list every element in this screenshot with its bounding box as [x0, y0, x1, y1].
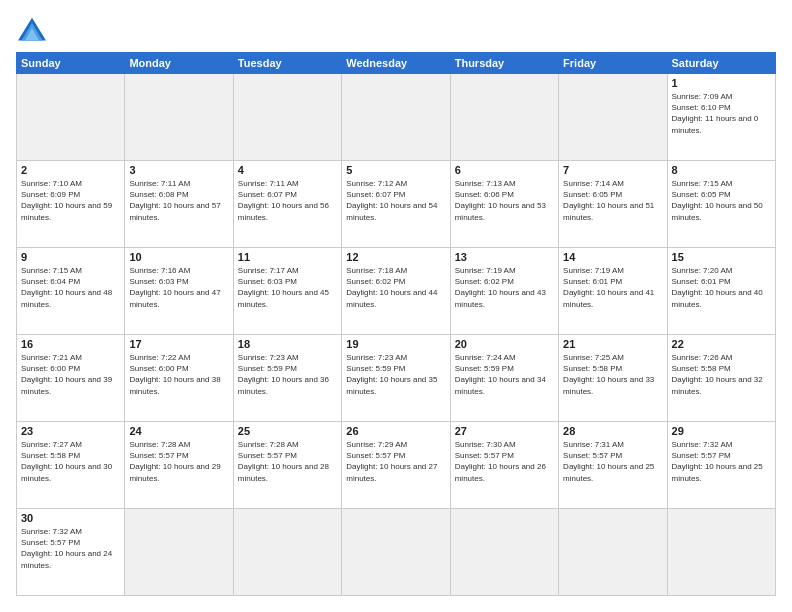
day-number: 29 [672, 425, 771, 437]
calendar-cell: 29Sunrise: 7:32 AMSunset: 5:57 PMDayligh… [667, 422, 775, 509]
week-row-1: 2Sunrise: 7:10 AMSunset: 6:09 PMDaylight… [17, 161, 776, 248]
calendar-cell [559, 74, 667, 161]
day-info: Sunrise: 7:32 AMSunset: 5:57 PMDaylight:… [21, 526, 120, 571]
day-info: Sunrise: 7:12 AMSunset: 6:07 PMDaylight:… [346, 178, 445, 223]
calendar-cell: 25Sunrise: 7:28 AMSunset: 5:57 PMDayligh… [233, 422, 341, 509]
calendar-cell [450, 509, 558, 596]
day-number: 30 [21, 512, 120, 524]
day-info: Sunrise: 7:11 AMSunset: 6:08 PMDaylight:… [129, 178, 228, 223]
day-number: 9 [21, 251, 120, 263]
day-info: Sunrise: 7:25 AMSunset: 5:58 PMDaylight:… [563, 352, 662, 397]
day-info: Sunrise: 7:11 AMSunset: 6:07 PMDaylight:… [238, 178, 337, 223]
weekday-header-row: SundayMondayTuesdayWednesdayThursdayFrid… [17, 53, 776, 74]
calendar: SundayMondayTuesdayWednesdayThursdayFrid… [16, 52, 776, 596]
day-number: 12 [346, 251, 445, 263]
calendar-cell [667, 509, 775, 596]
day-number: 28 [563, 425, 662, 437]
day-number: 18 [238, 338, 337, 350]
day-number: 23 [21, 425, 120, 437]
weekday-header-thursday: Thursday [450, 53, 558, 74]
day-info: Sunrise: 7:13 AMSunset: 6:06 PMDaylight:… [455, 178, 554, 223]
calendar-cell: 20Sunrise: 7:24 AMSunset: 5:59 PMDayligh… [450, 335, 558, 422]
calendar-cell [233, 509, 341, 596]
day-number: 16 [21, 338, 120, 350]
calendar-cell: 17Sunrise: 7:22 AMSunset: 6:00 PMDayligh… [125, 335, 233, 422]
calendar-cell: 15Sunrise: 7:20 AMSunset: 6:01 PMDayligh… [667, 248, 775, 335]
day-info: Sunrise: 7:09 AMSunset: 6:10 PMDaylight:… [672, 91, 771, 136]
logo-icon [16, 16, 48, 44]
calendar-cell: 28Sunrise: 7:31 AMSunset: 5:57 PMDayligh… [559, 422, 667, 509]
logo [16, 16, 52, 44]
page: SundayMondayTuesdayWednesdayThursdayFrid… [0, 0, 792, 612]
day-number: 26 [346, 425, 445, 437]
day-info: Sunrise: 7:28 AMSunset: 5:57 PMDaylight:… [238, 439, 337, 484]
day-number: 19 [346, 338, 445, 350]
calendar-cell: 8Sunrise: 7:15 AMSunset: 6:05 PMDaylight… [667, 161, 775, 248]
day-info: Sunrise: 7:26 AMSunset: 5:58 PMDaylight:… [672, 352, 771, 397]
day-info: Sunrise: 7:20 AMSunset: 6:01 PMDaylight:… [672, 265, 771, 310]
calendar-cell: 3Sunrise: 7:11 AMSunset: 6:08 PMDaylight… [125, 161, 233, 248]
day-number: 4 [238, 164, 337, 176]
calendar-cell: 10Sunrise: 7:16 AMSunset: 6:03 PMDayligh… [125, 248, 233, 335]
day-info: Sunrise: 7:24 AMSunset: 5:59 PMDaylight:… [455, 352, 554, 397]
day-info: Sunrise: 7:32 AMSunset: 5:57 PMDaylight:… [672, 439, 771, 484]
calendar-cell: 18Sunrise: 7:23 AMSunset: 5:59 PMDayligh… [233, 335, 341, 422]
day-info: Sunrise: 7:16 AMSunset: 6:03 PMDaylight:… [129, 265, 228, 310]
calendar-cell: 16Sunrise: 7:21 AMSunset: 6:00 PMDayligh… [17, 335, 125, 422]
day-number: 1 [672, 77, 771, 89]
calendar-cell: 7Sunrise: 7:14 AMSunset: 6:05 PMDaylight… [559, 161, 667, 248]
day-info: Sunrise: 7:10 AMSunset: 6:09 PMDaylight:… [21, 178, 120, 223]
calendar-cell [342, 74, 450, 161]
calendar-cell: 19Sunrise: 7:23 AMSunset: 5:59 PMDayligh… [342, 335, 450, 422]
day-number: 10 [129, 251, 228, 263]
weekday-header-wednesday: Wednesday [342, 53, 450, 74]
day-number: 3 [129, 164, 228, 176]
week-row-2: 9Sunrise: 7:15 AMSunset: 6:04 PMDaylight… [17, 248, 776, 335]
calendar-cell: 12Sunrise: 7:18 AMSunset: 6:02 PMDayligh… [342, 248, 450, 335]
day-number: 6 [455, 164, 554, 176]
weekday-header-monday: Monday [125, 53, 233, 74]
header [16, 16, 776, 44]
day-info: Sunrise: 7:15 AMSunset: 6:05 PMDaylight:… [672, 178, 771, 223]
day-info: Sunrise: 7:18 AMSunset: 6:02 PMDaylight:… [346, 265, 445, 310]
day-number: 17 [129, 338, 228, 350]
day-number: 5 [346, 164, 445, 176]
calendar-cell: 26Sunrise: 7:29 AMSunset: 5:57 PMDayligh… [342, 422, 450, 509]
day-number: 13 [455, 251, 554, 263]
calendar-cell: 11Sunrise: 7:17 AMSunset: 6:03 PMDayligh… [233, 248, 341, 335]
weekday-header-saturday: Saturday [667, 53, 775, 74]
weekday-header-sunday: Sunday [17, 53, 125, 74]
weekday-header-friday: Friday [559, 53, 667, 74]
calendar-cell: 1Sunrise: 7:09 AMSunset: 6:10 PMDaylight… [667, 74, 775, 161]
day-number: 22 [672, 338, 771, 350]
calendar-cell [559, 509, 667, 596]
day-number: 20 [455, 338, 554, 350]
calendar-cell: 14Sunrise: 7:19 AMSunset: 6:01 PMDayligh… [559, 248, 667, 335]
calendar-cell: 27Sunrise: 7:30 AMSunset: 5:57 PMDayligh… [450, 422, 558, 509]
day-info: Sunrise: 7:23 AMSunset: 5:59 PMDaylight:… [238, 352, 337, 397]
week-row-0: 1Sunrise: 7:09 AMSunset: 6:10 PMDaylight… [17, 74, 776, 161]
day-info: Sunrise: 7:21 AMSunset: 6:00 PMDaylight:… [21, 352, 120, 397]
day-number: 21 [563, 338, 662, 350]
calendar-cell [342, 509, 450, 596]
calendar-cell: 4Sunrise: 7:11 AMSunset: 6:07 PMDaylight… [233, 161, 341, 248]
day-number: 8 [672, 164, 771, 176]
calendar-cell [17, 74, 125, 161]
calendar-cell [125, 509, 233, 596]
day-number: 15 [672, 251, 771, 263]
day-number: 2 [21, 164, 120, 176]
day-number: 7 [563, 164, 662, 176]
week-row-3: 16Sunrise: 7:21 AMSunset: 6:00 PMDayligh… [17, 335, 776, 422]
calendar-cell: 9Sunrise: 7:15 AMSunset: 6:04 PMDaylight… [17, 248, 125, 335]
day-number: 25 [238, 425, 337, 437]
day-number: 27 [455, 425, 554, 437]
day-number: 14 [563, 251, 662, 263]
calendar-cell: 23Sunrise: 7:27 AMSunset: 5:58 PMDayligh… [17, 422, 125, 509]
calendar-cell [125, 74, 233, 161]
weekday-header-tuesday: Tuesday [233, 53, 341, 74]
calendar-cell: 13Sunrise: 7:19 AMSunset: 6:02 PMDayligh… [450, 248, 558, 335]
calendar-cell: 2Sunrise: 7:10 AMSunset: 6:09 PMDaylight… [17, 161, 125, 248]
calendar-cell [450, 74, 558, 161]
day-info: Sunrise: 7:28 AMSunset: 5:57 PMDaylight:… [129, 439, 228, 484]
calendar-cell: 22Sunrise: 7:26 AMSunset: 5:58 PMDayligh… [667, 335, 775, 422]
